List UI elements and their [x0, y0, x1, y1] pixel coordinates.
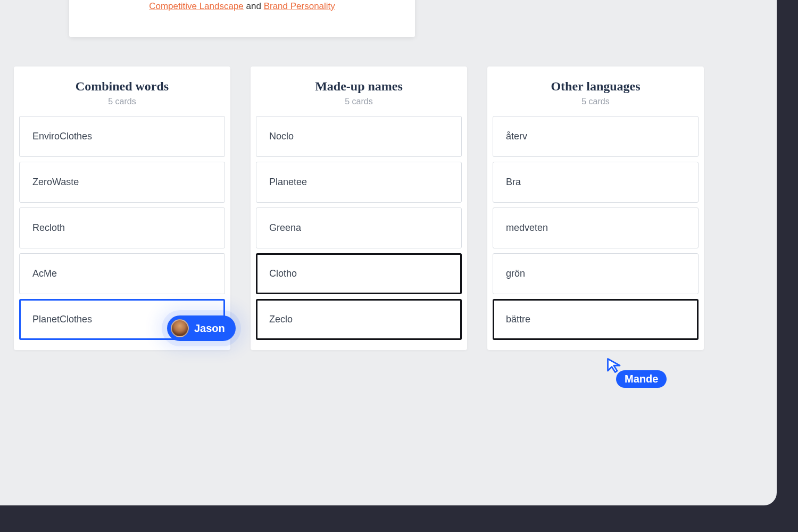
- link-competitive-landscape[interactable]: Competitive Landscape: [149, 1, 244, 11]
- card-label: EnviroClothes: [32, 131, 92, 142]
- avatar-icon: [171, 319, 189, 337]
- column-title: Combined words: [19, 79, 225, 94]
- card-label: medveten: [506, 222, 548, 233]
- card[interactable]: Recloth: [19, 207, 225, 248]
- card-label: PlanetClothes: [32, 314, 92, 325]
- card-label: Greena: [269, 222, 301, 233]
- column-header: Made-up names 5 cards: [256, 79, 462, 106]
- column-combined-words[interactable]: Combined words 5 cards EnviroClothes Zer…: [14, 66, 230, 350]
- card[interactable]: Planetee: [256, 162, 462, 203]
- column-other-languages[interactable]: Other languages 5 cards återv Bra medvet…: [487, 66, 704, 350]
- card[interactable]: ZeroWaste: [19, 162, 225, 203]
- card-label: Noclo: [269, 131, 294, 142]
- card[interactable]: medveten: [493, 207, 699, 248]
- presence-pill-jason[interactable]: Jason: [167, 315, 236, 341]
- board-columns: Combined words 5 cards EnviroClothes Zer…: [14, 66, 704, 350]
- card[interactable]: Noclo: [256, 116, 462, 157]
- card-label: Zeclo: [269, 314, 293, 325]
- card-selected[interactable]: bättre: [493, 299, 699, 340]
- column-header: Combined words 5 cards: [19, 79, 225, 106]
- card-label: Planetee: [269, 177, 307, 187]
- card[interactable]: Bra: [493, 162, 699, 203]
- card-label: Bra: [506, 177, 521, 187]
- column-made-up-names[interactable]: Made-up names 5 cards Noclo Planetee Gre…: [251, 66, 467, 350]
- card-label: Recloth: [32, 222, 65, 233]
- card[interactable]: återv: [493, 116, 699, 157]
- board-canvas[interactable]: Have a look through these boards for mor…: [0, 0, 777, 505]
- column-header: Other languages 5 cards: [493, 79, 699, 106]
- presence-name: Jason: [194, 322, 225, 335]
- card-label: återv: [506, 131, 527, 142]
- info-card-text: Have a look through these boards for mor…: [96, 0, 388, 27]
- remote-cursor-mande: Mande: [606, 358, 622, 373]
- app-frame: Have a look through these boards for mor…: [0, 0, 798, 532]
- card-label: Clotho: [269, 268, 297, 279]
- column-title: Made-up names: [256, 79, 462, 94]
- card-label: ZeroWaste: [32, 177, 79, 187]
- card[interactable]: AcMe: [19, 253, 225, 294]
- card-label: grön: [506, 268, 525, 279]
- column-count: 5 cards: [19, 97, 225, 106]
- column-count: 5 cards: [493, 97, 699, 106]
- column-title: Other languages: [493, 79, 699, 94]
- card[interactable]: EnviroClothes: [19, 116, 225, 157]
- card-selected[interactable]: Clotho: [256, 253, 462, 294]
- card[interactable]: Greena: [256, 207, 462, 248]
- info-card[interactable]: Have a look through these boards for mor…: [69, 0, 415, 37]
- card-label: bättre: [506, 314, 530, 325]
- card-selected[interactable]: Zeclo: [256, 299, 462, 340]
- presence-name: Mande: [616, 370, 667, 388]
- card[interactable]: grön: [493, 253, 699, 294]
- column-count: 5 cards: [256, 97, 462, 106]
- card-label: AcMe: [32, 268, 57, 279]
- link-brand-personality[interactable]: Brand Personality: [264, 1, 335, 11]
- info-sep2: and: [244, 1, 264, 11]
